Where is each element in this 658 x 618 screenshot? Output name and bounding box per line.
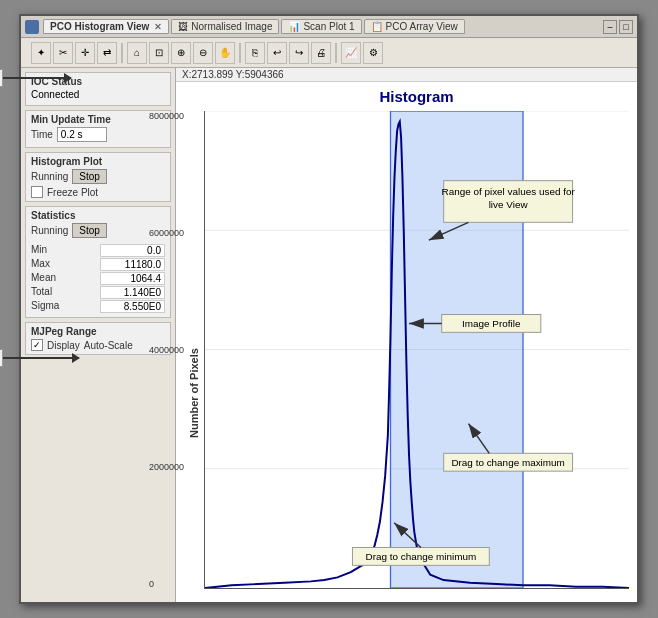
tab-bar: PCO Histogram View ✕ 🖼 Normalised Image … (43, 19, 465, 34)
tab-scan-plot[interactable]: 📊 Scan Plot 1 (281, 19, 361, 34)
toolbar-btn-zoom-out[interactable]: ⊖ (193, 42, 213, 64)
stats-running-label: Running (31, 225, 68, 236)
tab-pco-histogram[interactable]: PCO Histogram View ✕ (43, 19, 169, 34)
y-tick-8m: 8000000 (149, 111, 200, 121)
toolbar-btn-settings[interactable]: ⚙ (363, 42, 383, 64)
y-tick-0: 0 (149, 579, 200, 589)
mjpeg-scale-label: Auto-Scale (84, 340, 133, 351)
tab-pco-histogram-label: PCO Histogram View (50, 21, 149, 32)
chart-container: X:2713.899 Y:5904366 Histogram Number of… (176, 68, 637, 602)
stats-stop-btn[interactable]: Stop (72, 223, 107, 238)
minimize-button[interactable]: – (603, 20, 617, 34)
window-icon (25, 20, 39, 34)
window-controls: – □ (603, 20, 633, 34)
min-update-label: Time (31, 129, 53, 140)
tab-pco-array-icon: 📋 (371, 21, 383, 32)
stats-mean-label: Mean (31, 272, 71, 285)
toolbar-btn-copy[interactable]: ⎘ (245, 42, 265, 64)
chart-svg (204, 111, 629, 589)
tab-normalised-image-label: Normalised Image (191, 21, 272, 32)
stats-min-label: Min (31, 244, 71, 257)
stats-max-row: Max 11180.0 (31, 258, 165, 271)
tab-scan-plot-icon: 📊 (288, 21, 300, 32)
stats-total-label: Total (31, 286, 71, 299)
toolbar-btn-print[interactable]: 🖨 (311, 42, 331, 64)
toolbar-btn-nav[interactable]: ⇄ (97, 42, 117, 64)
toolbar-btn-zoom-fit[interactable]: ⊡ (149, 42, 169, 64)
toolbar-btn-chart[interactable]: 📈 (341, 42, 361, 64)
min-update-input[interactable]: 0.2 s (57, 127, 107, 142)
histogram-running-label: Running (31, 171, 68, 182)
x-tick-0: 0 (204, 601, 209, 602)
toolbar: ✦ ✂ ✛ ⇄ ⌂ ⊡ ⊕ ⊖ ✋ ⎘ ↩ ↪ 🖨 📈 ⚙ (21, 38, 637, 68)
freeze-plot-checkbox[interactable] (31, 186, 43, 198)
plot-area: 0 2000000 4000000 6000000 8000000 (204, 111, 629, 589)
toolbar-btn-home[interactable]: ⌂ (127, 42, 147, 64)
y-tick-6m: 6000000 (149, 228, 200, 238)
x-tick-2000: 2000 (609, 601, 629, 602)
coord-bar: X:2713.899 Y:5904366 (176, 68, 637, 82)
tab-pco-histogram-close[interactable]: ✕ (154, 22, 162, 32)
toolbar-btn-pointer[interactable]: ✦ (31, 42, 51, 64)
maximize-button[interactable]: □ (619, 20, 633, 34)
ioc-status-value: Connected (31, 89, 79, 100)
y-tick-labels: 0 2000000 4000000 6000000 8000000 (149, 111, 204, 589)
toolbar-sep-2 (239, 43, 241, 63)
min-update-value: 0.2 s (61, 129, 83, 140)
stats-sigma-label: Sigma (31, 300, 71, 313)
x-tick-500: 500 (295, 601, 310, 602)
histogram-running-row: Running Stop (31, 169, 165, 184)
freeze-plot-label: Freeze Plot (47, 187, 98, 198)
min-update-title: Min Update Time (31, 114, 165, 125)
histogram-plot-title: Histogram Plot (31, 156, 165, 167)
tab-pco-array-label: PCO Array View (386, 21, 458, 32)
y-tick-2m: 2000000 (149, 462, 200, 472)
toolbar-btn-move[interactable]: ✛ (75, 42, 95, 64)
min-update-row: Time 0.2 s (31, 127, 165, 142)
stats-total-row: Total 1.140E0 (31, 286, 165, 299)
stats-sigma-row: Sigma 8.550E0 (31, 300, 165, 313)
tab-normalised-image-icon: 🖼 (178, 21, 188, 32)
y-tick-4m: 4000000 (149, 345, 200, 355)
coord-text: X:2713.899 Y:5904366 (182, 69, 284, 80)
main-area: IOC Status Connected Min Update Time Tim… (21, 68, 637, 602)
toolbar-btn-undo[interactable]: ↩ (267, 42, 287, 64)
tab-pco-array[interactable]: 📋 PCO Array View (364, 19, 465, 34)
toolbar-btn-pan[interactable]: ✋ (215, 42, 235, 64)
chart-with-annotations: Histogram Number of Pixels 0 2000000 400… (176, 82, 637, 602)
chart-body: Number of Pixels 0 2000000 4000000 60000… (176, 107, 637, 602)
main-window: PCO Histogram View ✕ 🖼 Normalised Image … (19, 14, 639, 604)
chart-title: Histogram (176, 82, 637, 107)
toolbar-btn-zoom-in[interactable]: ⊕ (171, 42, 191, 64)
freeze-plot-row: Freeze Plot (31, 186, 165, 198)
mjpeg-title: MJPeg Range (31, 326, 165, 337)
stats-min-row: Min 0.0 (31, 244, 165, 257)
toolbar-sep-1 (121, 43, 123, 63)
x-tick-1500: 1500 (503, 601, 523, 602)
stats-running-row: Running Stop (31, 223, 165, 238)
toolbar-sep-3 (335, 43, 337, 63)
stats-mean-row: Mean 1064.4 (31, 272, 165, 285)
x-tick-1000: 1000 (396, 601, 416, 602)
stats-max-label: Max (31, 258, 71, 271)
ioc-status-row: Connected (31, 89, 165, 100)
tab-scan-plot-label: Scan Plot 1 (303, 21, 354, 32)
x-tick-labels: 0 500 1000 1500 2000 (204, 601, 629, 602)
title-bar: PCO Histogram View ✕ 🖼 Normalised Image … (21, 16, 637, 38)
svg-rect-4 (391, 111, 524, 588)
toolbar-btn-select[interactable]: ✂ (53, 42, 73, 64)
statistics-title: Statistics (31, 210, 165, 221)
tab-normalised-image[interactable]: 🖼 Normalised Image (171, 19, 279, 34)
toolbar-btn-redo[interactable]: ↪ (289, 42, 309, 64)
histogram-stop-btn[interactable]: Stop (72, 169, 107, 184)
